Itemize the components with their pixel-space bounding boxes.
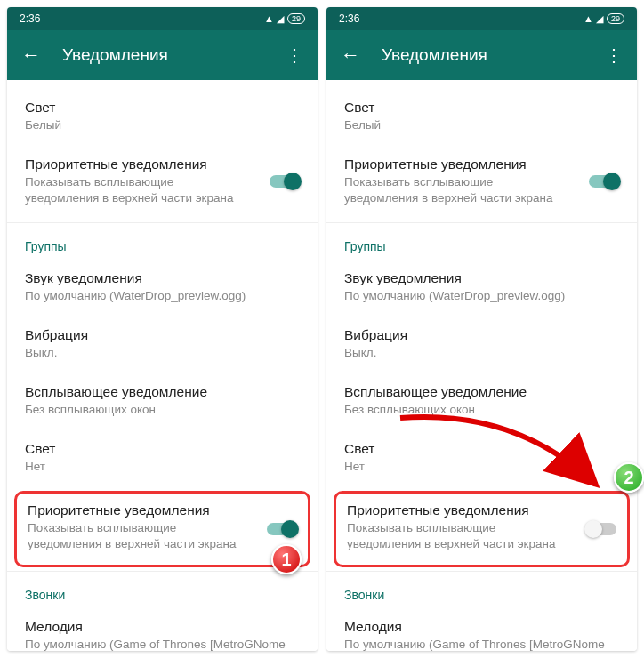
toggle-priority-top[interactable] [270, 175, 300, 188]
phone-left: 2:36 ▲ ◢ 29 ← Уведомления ⋮ Свет Белый П… [7, 7, 318, 651]
item-ringtone[interactable]: Мелодия По умолчанию (Game of Thrones [M… [326, 607, 637, 651]
phone-right: 2:36 ▲ ◢ 29 ← Уведомления ⋮ Свет Белый П… [326, 7, 637, 651]
highlighted-priority[interactable]: Приоритетные уведомления Показывать вспл… [334, 491, 630, 567]
menu-icon[interactable]: ⋮ [286, 44, 303, 66]
item-light2[interactable]: Свет Нет [326, 429, 637, 486]
back-icon[interactable]: ← [341, 44, 360, 67]
wifi-icon: ▲ ◢ [264, 13, 284, 25]
item-priority-top[interactable]: Приоритетные уведомления Показывать вспл… [326, 145, 637, 218]
item-vibration[interactable]: Вибрация Выкл. [7, 316, 318, 373]
status-bar: 2:36 ▲ ◢ 29 [7, 7, 318, 30]
badge-1: 1 [271, 544, 302, 574]
menu-icon[interactable]: ⋮ [605, 44, 623, 66]
status-icons: ▲ ◢ 29 [264, 13, 305, 25]
badge-2: 2 [614, 462, 644, 493]
settings-list[interactable]: Свет Белый Приоритетные уведомления Пока… [326, 80, 637, 651]
toggle-priority-top[interactable] [589, 175, 619, 188]
status-bar: 2:36 ▲ ◢ 29 [326, 7, 637, 30]
page-title: Уведомления [62, 45, 286, 65]
section-groups: Группы [326, 227, 637, 259]
item-light2[interactable]: Свет Нет [7, 429, 318, 486]
back-icon[interactable]: ← [21, 44, 41, 67]
item-vibration[interactable]: Вибрация Выкл. [326, 316, 637, 373]
status-icons: ▲ ◢ 29 [584, 13, 624, 25]
settings-list[interactable]: Свет Белый Приоритетные уведомления Пока… [7, 80, 318, 651]
item-popup[interactable]: Всплывающее уведомление Без всплывающих … [7, 373, 318, 429]
clock: 2:36 [339, 12, 359, 25]
wifi-icon: ▲ ◢ [584, 13, 603, 25]
item-popup[interactable]: Всплывающее уведомление Без всплывающих … [326, 373, 637, 429]
battery-icon: 29 [287, 13, 305, 24]
toggle-priority-highlight-left[interactable] [267, 523, 297, 535]
clock: 2:36 [20, 12, 40, 25]
section-calls: Звонки [326, 575, 637, 607]
section-groups: Группы [7, 227, 318, 259]
item-sound[interactable]: Звук уведомления По умолчанию (WaterDrop… [326, 259, 637, 316]
section-calls: Звонки [7, 575, 318, 607]
item-priority-top[interactable]: Приоритетные уведомления Показывать вспл… [7, 145, 318, 218]
page-title: Уведомления [382, 45, 605, 65]
app-bar: ← Уведомления ⋮ [7, 30, 318, 80]
item-ringtone[interactable]: Мелодия По умолчанию (Game of Thrones [M… [7, 607, 318, 651]
item-light[interactable]: Свет Белый [326, 88, 637, 145]
item-sound[interactable]: Звук уведомления По умолчанию (WaterDrop… [7, 259, 318, 316]
item-light[interactable]: Свет Белый [7, 88, 318, 145]
battery-icon: 29 [607, 13, 624, 24]
highlighted-priority[interactable]: Приоритетные уведомления Показывать вспл… [14, 491, 310, 567]
app-bar: ← Уведомления ⋮ [326, 30, 637, 80]
toggle-priority-highlight-right[interactable] [586, 523, 616, 535]
